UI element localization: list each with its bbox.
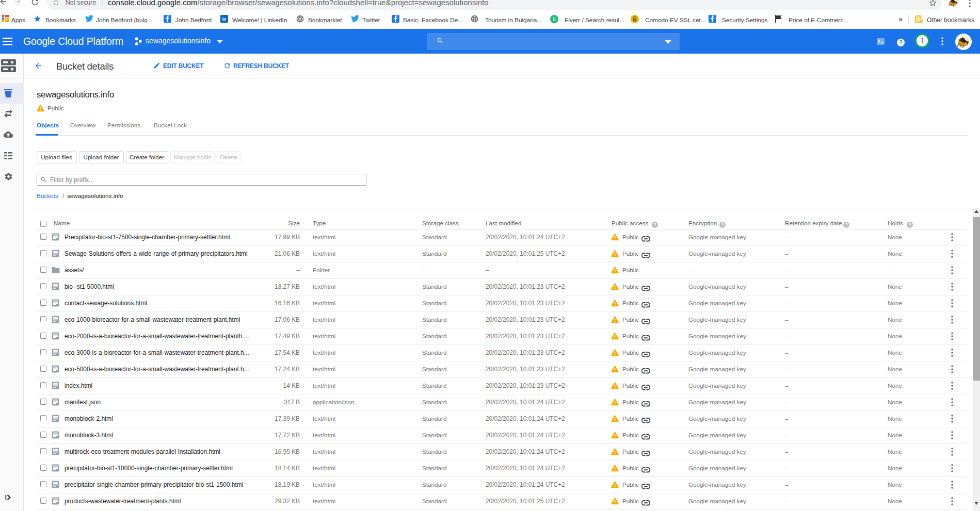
svg-text:?: ? <box>908 222 911 227</box>
svg-text:fi: fi <box>553 17 556 22</box>
svg-text:?: ? <box>721 222 724 227</box>
svg-text:?: ? <box>845 222 847 227</box>
svg-text:in: in <box>222 17 227 22</box>
svg-text:?: ? <box>653 222 656 227</box>
